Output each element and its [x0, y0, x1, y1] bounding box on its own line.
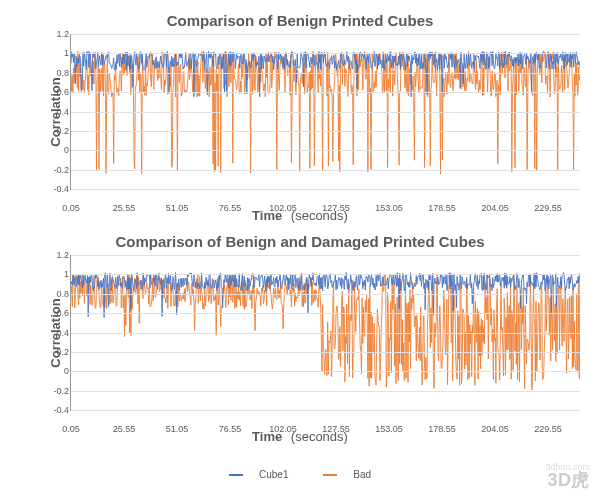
y-ticks-top: -0.4-0.200.20.40.60.811.2 [41, 34, 69, 189]
legend-label: Cube1 [259, 469, 288, 480]
y-tick: 1.2 [56, 29, 69, 39]
x-tick: 178.55 [428, 424, 456, 434]
y-tick: -0.2 [53, 165, 69, 175]
y-tick: 0.2 [56, 126, 69, 136]
chart-title: Comparison of Benign and Damaged Printed… [10, 233, 590, 250]
y-tick: 1 [64, 48, 69, 58]
x-tick: 51.05 [166, 424, 189, 434]
y-tick: -0.2 [53, 386, 69, 396]
y-tick: 0 [64, 145, 69, 155]
x-tick: 127.55 [322, 424, 350, 434]
y-tick: -0.4 [53, 184, 69, 194]
y-tick: 0.2 [56, 347, 69, 357]
chart-top: Comparison of Benign Printed Cubes Corre… [10, 12, 590, 223]
y-tick: 0.8 [56, 68, 69, 78]
x-tick: 0.05 [62, 424, 80, 434]
legend-swatch-bad [323, 474, 337, 476]
watermark-brand: 3D虎 [547, 468, 590, 492]
plot-area-top: Correlation -0.4-0.200.20.40.60.811.2 0.… [70, 34, 580, 190]
y-tick: 1.2 [56, 250, 69, 260]
x-tick: 204.05 [481, 203, 509, 213]
x-tick: 102.05 [269, 203, 297, 213]
x-tick: 153.05 [375, 424, 403, 434]
y-tick: 0.4 [56, 107, 69, 117]
x-tick: 102.05 [269, 424, 297, 434]
series-bad [71, 52, 580, 175]
chart-title: Comparison of Benign Printed Cubes [10, 12, 590, 29]
legend: Cube1 Bad [10, 469, 590, 480]
y-tick: 0.4 [56, 328, 69, 338]
series-cube1 [71, 273, 580, 318]
y-ticks-bottom: -0.4-0.200.20.40.60.811.2 [41, 255, 69, 410]
x-tick: 127.55 [322, 203, 350, 213]
x-tick: 153.05 [375, 203, 403, 213]
y-tick: 0.6 [56, 308, 69, 318]
x-tick: 51.05 [166, 203, 189, 213]
x-tick: 229.55 [534, 203, 562, 213]
chart-bottom: Comparison of Benign and Damaged Printed… [10, 233, 590, 480]
plot-area-bottom: Correlation -0.4-0.200.20.40.60.811.2 0.… [70, 255, 580, 411]
legend-item-cube1: Cube1 [221, 469, 296, 480]
series-cube1 [71, 51, 580, 97]
x-tick: 178.55 [428, 203, 456, 213]
y-tick: 1 [64, 269, 69, 279]
y-tick: 0 [64, 366, 69, 376]
x-tick: 229.55 [534, 424, 562, 434]
legend-label: Bad [353, 469, 371, 480]
x-tick: 76.55 [219, 424, 242, 434]
x-tick: 25.55 [113, 203, 136, 213]
x-tick: 204.05 [481, 424, 509, 434]
y-tick: 0.8 [56, 289, 69, 299]
y-tick: 0.6 [56, 87, 69, 97]
x-tick: 25.55 [113, 424, 136, 434]
legend-swatch-cube1 [229, 474, 243, 476]
y-tick: -0.4 [53, 405, 69, 415]
x-tick: 76.55 [219, 203, 242, 213]
legend-item-bad: Bad [315, 469, 379, 480]
x-tick: 0.05 [62, 203, 80, 213]
